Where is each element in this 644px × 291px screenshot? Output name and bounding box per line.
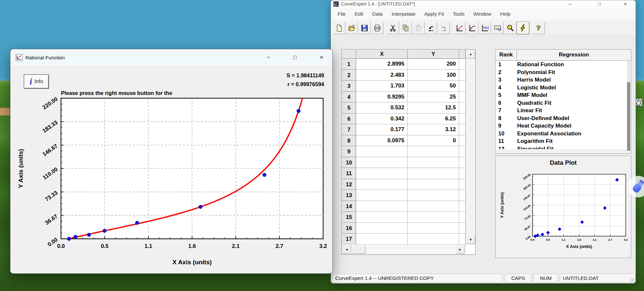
menu-item-edit[interactable]: Edit bbox=[350, 8, 368, 20]
cell-y-7[interactable]: 3.12 bbox=[408, 124, 459, 135]
cell-x-13[interactable] bbox=[356, 190, 408, 201]
cell-y-16[interactable] bbox=[408, 223, 459, 234]
fit-window-titlebar[interactable]: Rational Function − □ × bbox=[10, 49, 332, 66]
apply-fit-button[interactable] bbox=[491, 22, 504, 34]
cell-y-3[interactable]: 50 bbox=[408, 81, 459, 92]
cell-y-4[interactable]: 25 bbox=[408, 92, 459, 103]
row-header-7[interactable]: 7 bbox=[342, 124, 356, 135]
row-header-6[interactable]: 6 bbox=[342, 114, 356, 125]
menu-item-file[interactable]: File bbox=[333, 8, 350, 20]
copy-button[interactable] bbox=[399, 22, 412, 34]
regression-scroll-thumb[interactable] bbox=[627, 82, 630, 151]
menu-item-window[interactable]: Window bbox=[469, 8, 496, 20]
regression-item-11[interactable]: 11Logarithm Fit bbox=[496, 137, 631, 145]
corner-header-cell[interactable] bbox=[342, 50, 356, 59]
row-header-5[interactable]: 5 bbox=[342, 102, 356, 114]
row-header-2[interactable]: 2 bbox=[342, 70, 356, 81]
cell-x-17[interactable] bbox=[356, 234, 408, 245]
scroll-right-icon[interactable]: ► bbox=[456, 245, 465, 254]
row-header-3[interactable]: 3 bbox=[342, 81, 356, 92]
menu-item-data[interactable]: Data bbox=[368, 8, 387, 20]
cell-x-12[interactable] bbox=[356, 179, 408, 190]
cell-y-10[interactable] bbox=[408, 157, 459, 168]
cell-x-3[interactable]: 1.703 bbox=[356, 81, 408, 92]
hscroll-thumb[interactable] bbox=[352, 245, 366, 254]
cell-y-6[interactable]: 6.25 bbox=[408, 114, 459, 125]
row-header-12[interactable]: 12 bbox=[342, 179, 356, 190]
maximize-icon[interactable]: □ bbox=[288, 52, 302, 63]
run-fit-button[interactable] bbox=[517, 22, 529, 34]
minimize-icon[interactable]: − bbox=[562, 0, 577, 8]
row-header-15[interactable]: 15 bbox=[342, 212, 356, 223]
help-button[interactable]: ?? bbox=[532, 22, 545, 34]
cell-y-2[interactable]: 100 bbox=[408, 70, 459, 81]
regression-item-6[interactable]: 6Quadratic Fit bbox=[496, 99, 631, 107]
regression-item-1[interactable]: 1Rational Function bbox=[496, 61, 631, 69]
cell-y-15[interactable] bbox=[408, 212, 459, 223]
row-header-16[interactable]: 16 bbox=[342, 223, 356, 234]
cell-y-11[interactable] bbox=[408, 168, 459, 179]
row-header-8[interactable]: 8 bbox=[342, 135, 356, 146]
cell-x-5[interactable]: 0.532 bbox=[356, 102, 408, 114]
cell-x-2[interactable]: 2.483 bbox=[356, 70, 408, 81]
cut-button[interactable] bbox=[387, 22, 399, 34]
cell-x-10[interactable] bbox=[356, 157, 408, 168]
maximize-icon[interactable]: □ bbox=[592, 0, 607, 8]
regression-item-8[interactable]: 8User-Defined Model bbox=[496, 115, 631, 122]
cell-x-15[interactable] bbox=[356, 212, 408, 223]
examine-button[interactable] bbox=[504, 22, 517, 34]
resize-grip[interactable] bbox=[630, 278, 635, 282]
new-document-button[interactable] bbox=[333, 22, 345, 34]
cell-x-6[interactable]: 0.342 bbox=[356, 114, 408, 125]
rational-fit-chart[interactable]: 0.00.51.11.62.12.73.20.0036.6773.33110.0… bbox=[10, 95, 333, 274]
scroll-down-icon[interactable]: ▼ bbox=[466, 236, 475, 244]
mini-data-plot-chart[interactable]: 0.00.51.11.62.12.73.20.0036.6773.33110.0… bbox=[496, 168, 631, 258]
close-icon[interactable]: × bbox=[315, 52, 328, 63]
cell-x-8[interactable]: 0.0975 bbox=[356, 135, 408, 146]
curve-fit-button[interactable] bbox=[466, 22, 478, 34]
vertical-scrollbar[interactable]: ▲ ▼ bbox=[466, 50, 475, 245]
cell-x-11[interactable] bbox=[356, 168, 408, 179]
cell-y-9[interactable] bbox=[408, 146, 459, 157]
scroll-left-icon[interactable]: ◄ bbox=[342, 245, 351, 254]
menu-item-tools[interactable]: Tools bbox=[448, 8, 469, 20]
cell-y-1[interactable]: 200 bbox=[408, 59, 459, 70]
undo-button[interactable] bbox=[425, 22, 437, 34]
menu-item-interpolate[interactable]: Interpolate bbox=[387, 8, 420, 20]
cell-y-5[interactable]: 12.5 bbox=[408, 102, 459, 114]
cell-x-9[interactable] bbox=[356, 146, 408, 157]
cell-y-8[interactable]: 0 bbox=[408, 135, 459, 146]
row-header-10[interactable]: 10 bbox=[342, 157, 356, 168]
close-icon[interactable]: × bbox=[618, 0, 633, 8]
regression-item-9[interactable]: 9Heat Capacity Model bbox=[496, 122, 631, 130]
row-header-13[interactable]: 13 bbox=[342, 190, 356, 201]
row-header-14[interactable]: 14 bbox=[342, 201, 356, 212]
cell-x-1[interactable]: 2.8995 bbox=[356, 59, 408, 70]
cell-x-16[interactable] bbox=[356, 223, 408, 234]
cell-y-14[interactable] bbox=[408, 201, 459, 212]
polynomial-fit-button[interactable]: P(x) bbox=[479, 22, 491, 34]
cell-y-13[interactable] bbox=[408, 190, 459, 201]
open-file-button[interactable] bbox=[346, 22, 358, 34]
cell-x-7[interactable]: 0.177 bbox=[356, 124, 408, 135]
minimize-icon[interactable]: − bbox=[262, 52, 275, 63]
scroll-up-icon[interactable]: ▲ bbox=[466, 50, 475, 58]
column-header-x[interactable]: X bbox=[356, 50, 408, 59]
cell-y-12[interactable] bbox=[408, 179, 459, 190]
print-button[interactable] bbox=[371, 22, 383, 34]
desktop-icon-label[interactable]: 菊 bbox=[635, 97, 643, 108]
info-button[interactable]: i Info bbox=[24, 74, 49, 89]
cell-x-4[interactable]: 0.9295 bbox=[356, 92, 408, 103]
save-file-button[interactable] bbox=[358, 22, 371, 34]
regression-item-10[interactable]: 10Exponential Association bbox=[496, 130, 631, 138]
regression-item-5[interactable]: 5MMF Model bbox=[496, 91, 631, 99]
regression-item-4[interactable]: 4Logistic Model bbox=[496, 84, 631, 92]
row-header-4[interactable]: 4 bbox=[342, 92, 356, 103]
regression-item-7[interactable]: 7Linear Fit bbox=[496, 107, 631, 115]
regression-item-3[interactable]: 3Harris Model bbox=[496, 76, 631, 84]
column-header-y[interactable]: Y bbox=[408, 50, 459, 59]
row-header-1[interactable]: 1 bbox=[342, 59, 356, 70]
menu-item-apply-fit[interactable]: Apply Fit bbox=[420, 8, 448, 20]
main-titlebar[interactable]: CurveExpert 1.4 - [UNTITLED.DAT*] − □ × bbox=[331, 0, 636, 8]
regression-item-12[interactable]: 12Sinusoidal Fit bbox=[496, 145, 631, 149]
